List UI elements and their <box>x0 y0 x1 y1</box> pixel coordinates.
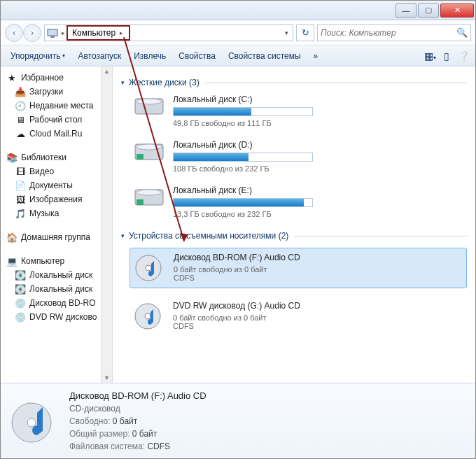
details-fs: CDFS <box>147 442 170 451</box>
svg-rect-0 <box>48 29 57 36</box>
documents-icon: 📄 <box>15 180 26 191</box>
drive-free-text: 13,3 ГБ свободно из 232 ГБ <box>173 210 467 218</box>
breadcrumb-label: Компьютер <box>72 28 115 38</box>
toolbar: Упорядочить▾ Автозапуск Извлечь Свойства… <box>1 45 475 66</box>
minimize-button[interactable]: — <box>396 3 416 17</box>
drive-free-text: 108 ГБ свободно из 232 ГБ <box>173 164 467 173</box>
sidebar-item-desktop[interactable]: 🖥Рабочий стол <box>2 113 98 127</box>
drive-usage-bar <box>173 107 313 116</box>
cd-icon: 💿 <box>15 311 26 323</box>
svg-rect-6 <box>136 154 144 160</box>
desktop-icon: 🖥 <box>15 114 26 125</box>
svg-point-13 <box>145 313 150 319</box>
forward-button[interactable]: › <box>23 24 41 42</box>
libraries-icon: 📚 <box>6 152 18 163</box>
eject-button[interactable]: Извлечь <box>128 49 172 63</box>
drive-fs-text: CDFS <box>173 322 467 330</box>
chevron-down-icon: ▾ <box>121 232 125 239</box>
main-content: ▾ Жесткие диски (3) Локальный диск (C:) … <box>113 66 475 383</box>
drive-label: Локальный диск (C:) <box>173 94 467 104</box>
sidebar-item-bdrom[interactable]: 💿Дисковод BD-RO <box>2 296 98 310</box>
downloads-icon: 📥 <box>15 86 26 97</box>
close-button[interactable]: ✕ <box>440 3 474 17</box>
drive-label: Дисковод BD-ROM (F:) Audio CD <box>174 253 462 262</box>
autorun-button[interactable]: Автозапуск <box>72 49 127 63</box>
sidebar-item-localdisk[interactable]: 💽Локальный диск <box>2 268 98 282</box>
details-size: 0 байт <box>132 429 157 439</box>
back-button[interactable]: ‹ <box>5 24 23 42</box>
more-buttons[interactable]: » <box>308 49 324 63</box>
help-button[interactable]: ❔ <box>456 50 471 62</box>
chevron-right-icon: ▸ <box>60 29 66 36</box>
drive-dvdrw-g[interactable]: DVD RW дисковод (G:) Audio CD 0 байт сво… <box>134 301 467 332</box>
disk-icon: 💽 <box>15 283 26 295</box>
section-hard-disks[interactable]: ▾ Жесткие диски (3) <box>121 78 467 87</box>
drive-label: Локальный диск (E:) <box>173 185 467 195</box>
preview-pane-button[interactable]: ▯ <box>439 50 454 62</box>
video-icon: 🎞 <box>15 166 26 177</box>
audio-cd-icon <box>134 301 164 332</box>
sidebar-scrollbar[interactable] <box>101 66 112 383</box>
homegroup-icon: 🏠 <box>6 232 18 243</box>
section-removable[interactable]: ▾ Устройства со съемными носителями (2) <box>121 231 467 241</box>
computer-icon: 💻 <box>6 255 18 267</box>
drive-label: DVD RW дисковод (G:) Audio CD <box>173 301 467 311</box>
properties-button[interactable]: Свойства <box>173 49 221 63</box>
sidebar-homegroup-header[interactable]: 🏠Домашняя группа <box>2 230 98 244</box>
chevron-down-icon: ▾ <box>121 79 125 86</box>
view-options-button[interactable]: ▦▾ <box>422 50 438 62</box>
drive-bdrom-f[interactable]: Дисковод BD-ROM (F:) Audio CD 0 байт сво… <box>130 248 467 288</box>
audio-cd-icon <box>10 397 58 445</box>
section-title: Устройства со съемными носителями (2) <box>129 231 288 241</box>
drive-free-text: 0 байт свободно из 0 байт <box>174 265 462 274</box>
address-bar[interactable]: ▸ Компьютер ▸ ▾ <box>44 24 293 41</box>
sidebar-item-localdisk[interactable]: 💽Локальный диск <box>2 282 98 296</box>
svg-rect-9 <box>136 199 144 205</box>
sidebar-item-video[interactable]: 🎞Видео <box>2 164 98 178</box>
titlebar: — ▢ ✕ <box>1 1 475 20</box>
sidebar-item-music[interactable]: 🎵Музыка <box>2 206 98 220</box>
details-title: Дисковод BD-ROM (F:) Audio CD <box>69 389 206 403</box>
svg-rect-1 <box>50 36 55 38</box>
drive-free-text: 0 байт свободно из 0 байт <box>173 313 467 322</box>
maximize-button[interactable]: ▢ <box>418 3 439 17</box>
breadcrumb-computer[interactable]: Компьютер ▸ <box>66 25 130 41</box>
sidebar-item-recent[interactable]: 🕘Недавние места <box>2 99 98 113</box>
hard-disk-icon <box>134 185 164 209</box>
drive-local-d[interactable]: Локальный диск (D:) 108 ГБ свободно из 2… <box>134 140 467 173</box>
search-icon: 🔍 <box>456 27 468 38</box>
drive-usage-bar <box>173 198 313 207</box>
system-properties-button[interactable]: Свойства системы <box>223 49 307 63</box>
cloud-icon: ☁ <box>15 128 26 139</box>
drive-free-text: 49,8 ГБ свободно из 111 ГБ <box>173 119 467 127</box>
hard-disk-icon <box>134 94 164 118</box>
svg-point-8 <box>136 190 162 195</box>
svg-point-3 <box>136 99 162 104</box>
search-box[interactable]: 🔍 <box>317 24 471 41</box>
sidebar-item-cloud[interactable]: ☁Cloud Mail.Ru <box>2 127 98 141</box>
sidebar-computer-header[interactable]: 💻Компьютер <box>2 254 98 268</box>
sidebar-favorites-header[interactable]: ★Избранное <box>2 71 98 85</box>
sidebar-item-downloads[interactable]: 📥Загрузки <box>2 85 98 99</box>
recent-icon: 🕘 <box>15 100 26 111</box>
music-icon: 🎵 <box>15 208 26 219</box>
refresh-button[interactable]: ↻ <box>296 24 314 41</box>
organize-button[interactable]: Упорядочить▾ <box>5 49 71 63</box>
disk-icon: 💽 <box>15 269 26 281</box>
address-history-dropdown[interactable]: ▾ <box>280 29 293 36</box>
drive-fs-text: CDFS <box>174 274 462 282</box>
address-row: ‹ › ▸ Компьютер ▸ ▾ ↻ 🔍 <box>1 20 475 45</box>
computer-icon <box>45 25 60 41</box>
svg-point-5 <box>136 144 162 150</box>
details-pane: Дисковод BD-ROM (F:) Audio CD CD-дисково… <box>1 383 475 458</box>
svg-point-11 <box>146 265 151 271</box>
search-input[interactable] <box>321 28 456 38</box>
sidebar-item-pictures[interactable]: 🖼Изображения <box>2 192 98 206</box>
sidebar-libraries-header[interactable]: 📚Библиотеки <box>2 150 98 164</box>
sidebar-item-dvdrw[interactable]: 💿DVD RW дисково <box>2 310 98 324</box>
drive-local-e[interactable]: Локальный диск (E:) 13,3 ГБ свободно из … <box>134 185 467 218</box>
details-free: 0 байт <box>113 416 137 426</box>
drive-local-c[interactable]: Локальный диск (C:) 49,8 ГБ свободно из … <box>134 94 467 127</box>
sidebar-item-documents[interactable]: 📄Документы <box>2 178 98 192</box>
svg-point-15 <box>27 418 36 427</box>
